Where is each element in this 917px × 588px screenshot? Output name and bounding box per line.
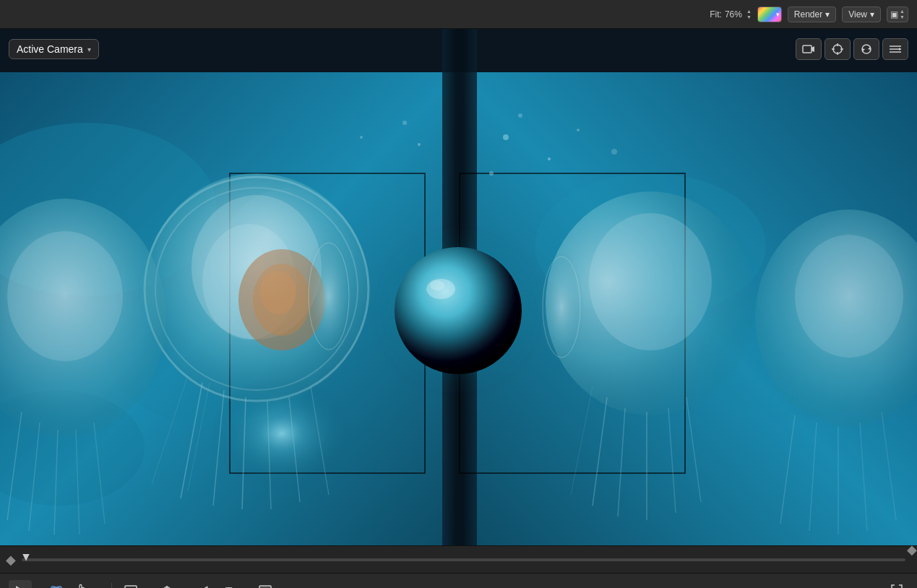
view-chevron-icon: ▾ <box>870 9 874 20</box>
top-toolbar: Fit: 76% ▲ ▼ ▾ Render ▾ View ▾ ▣ ▲ ▼ <box>0 0 917 29</box>
rect-tool-button[interactable] <box>119 580 142 589</box>
select-tool-group: ▾ <box>9 580 42 589</box>
svg-marker-84 <box>899 48 901 51</box>
svg-point-67 <box>611 149 617 155</box>
select-tool-button[interactable] <box>9 580 32 589</box>
hand-tool-button[interactable] <box>71 580 94 589</box>
fit-label: Fit: <box>710 9 722 20</box>
svg-point-46 <box>589 213 712 350</box>
pen-tool-group: ▾ <box>155 580 189 589</box>
view-dropdown-button[interactable]: View ▾ <box>842 7 881 22</box>
svg-marker-85 <box>16 586 25 589</box>
scrubber-track[interactable] <box>22 558 905 561</box>
fit-control: Fit: 76% ▲ ▼ <box>710 9 752 20</box>
window-size-button[interactable]: ▣ ▲ ▼ <box>887 7 908 22</box>
scrubber-bar: ◆ ◆ <box>0 545 917 573</box>
box-tool-group: ▾ <box>254 580 287 589</box>
text-tool-chevron-icon[interactable]: ▾ <box>241 580 251 589</box>
pen-icon <box>160 584 173 589</box>
svg-point-56 <box>795 235 903 358</box>
text-tool-group: T ▾ <box>218 580 251 589</box>
fit-stepper[interactable]: ▲ ▼ <box>746 9 752 20</box>
svg-point-64 <box>548 157 551 160</box>
render-dropdown-button[interactable]: Render ▾ <box>788 7 836 22</box>
bottom-toolbar: ▾ ▾ ▾ <box>0 573 917 588</box>
svg-point-65 <box>489 171 494 176</box>
svg-text:T: T <box>225 586 233 589</box>
crosshair-icon <box>831 43 844 56</box>
svg-marker-80 <box>862 48 865 52</box>
atom-tool-group <box>45 580 68 589</box>
rotate-icon <box>860 43 873 56</box>
scrubber-start-icon: ◆ <box>6 552 16 568</box>
box-tool-chevron-icon[interactable]: ▾ <box>277 580 287 589</box>
scrubber-end-icon: ◆ <box>907 542 917 558</box>
pencil-icon <box>197 584 209 589</box>
select-tool-chevron-icon[interactable]: ▾ <box>32 580 42 589</box>
viewport-icons-group <box>796 38 908 60</box>
svg-rect-72 <box>803 46 811 53</box>
svg-point-44 <box>430 280 444 290</box>
fullscreen-icon <box>891 584 903 589</box>
render-chevron-icon: ▾ <box>825 9 830 20</box>
color-picker-button[interactable]: ▾ <box>757 7 782 22</box>
view-label: View <box>848 9 867 20</box>
hand-tool-group: ▾ <box>71 580 104 589</box>
svg-point-25 <box>210 376 354 491</box>
scrubber-playhead[interactable] <box>22 554 30 566</box>
svg-point-66 <box>577 129 580 131</box>
viewport-area: Active Camera ▾ <box>0 29 917 545</box>
select-arrow-icon <box>14 584 26 589</box>
camera-icon <box>802 44 815 54</box>
svg-point-42 <box>395 247 522 374</box>
color-picker-chevron-icon: ▾ <box>776 11 780 18</box>
fullscreen-button[interactable] <box>885 580 908 589</box>
layout-icon <box>889 43 902 55</box>
svg-point-62 <box>503 134 509 140</box>
svg-marker-97 <box>206 586 208 589</box>
atom-icon <box>50 584 63 589</box>
svg-point-53 <box>540 253 583 361</box>
svg-point-35 <box>7 231 123 361</box>
pencil-tool-group <box>191 580 215 589</box>
scene-canvas <box>0 29 917 545</box>
window-icon: ▣ <box>890 9 898 20</box>
pen-tool-button[interactable] <box>155 580 178 589</box>
camera-label: Active Camera <box>17 43 83 55</box>
tool-separator-1 <box>111 583 112 589</box>
camera-dropdown-chevron-icon: ▾ <box>87 46 91 53</box>
layout-view-button[interactable] <box>882 38 908 60</box>
pencil-tool-button[interactable] <box>191 580 215 589</box>
svg-point-63 <box>518 113 522 118</box>
svg-point-92 <box>166 586 168 588</box>
rect-tool-chevron-icon[interactable]: ▾ <box>142 580 152 589</box>
box-tool-button[interactable] <box>254 580 277 589</box>
camera-bar: Active Camera ▾ <box>9 35 908 64</box>
box-icon <box>259 585 272 589</box>
hand-tool-chevron-icon[interactable]: ▾ <box>94 580 104 589</box>
rotate-view-button[interactable] <box>853 38 879 60</box>
svg-rect-90 <box>125 586 137 589</box>
svg-point-70 <box>360 136 363 139</box>
svg-point-68 <box>418 143 421 146</box>
rect-tool-group: ▾ <box>119 580 152 589</box>
render-label: Render <box>794 9 822 20</box>
svg-point-23 <box>306 238 352 354</box>
window-stepper[interactable]: ▲ ▼ <box>900 9 905 20</box>
hand-icon <box>77 584 88 589</box>
rect-icon <box>124 585 137 589</box>
pen-tool-chevron-icon[interactable]: ▾ <box>178 580 189 589</box>
move-view-button[interactable] <box>825 38 851 60</box>
fit-value: 76% <box>725 9 742 20</box>
svg-point-69 <box>402 121 407 125</box>
text-icon: T <box>224 584 234 589</box>
atom-tool-button[interactable] <box>45 580 68 589</box>
scrubber-head-icon <box>22 554 30 561</box>
camera-dropdown[interactable]: Active Camera ▾ <box>9 39 99 59</box>
text-tool-button[interactable]: T <box>218 580 241 589</box>
camera-view-button[interactable] <box>796 38 822 60</box>
